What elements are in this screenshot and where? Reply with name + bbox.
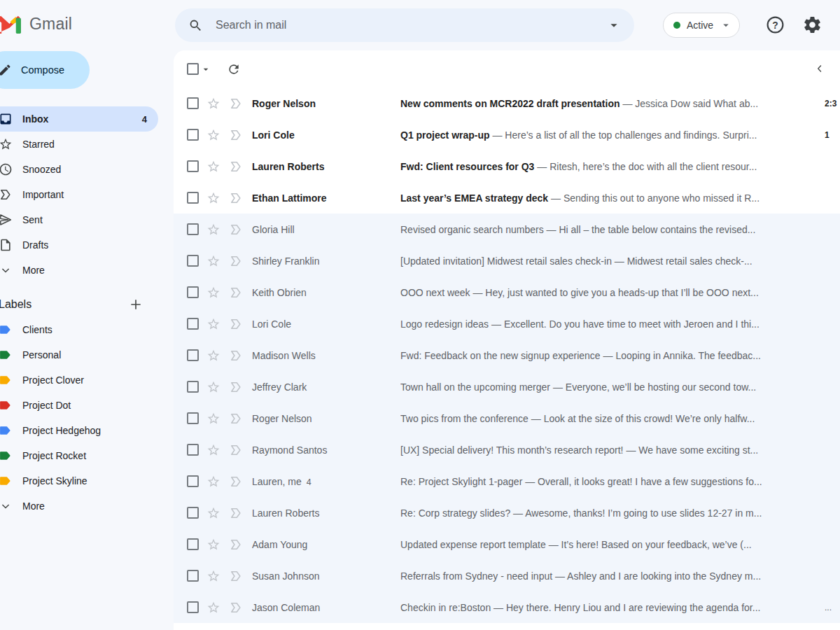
select-caret-icon[interactable] xyxy=(200,64,211,75)
star-icon[interactable] xyxy=(206,569,220,583)
row-checkbox[interactable] xyxy=(187,507,199,519)
email-row[interactable]: Raymond Santos [UX] Special delivery! Th… xyxy=(174,434,840,465)
row-checkbox[interactable] xyxy=(187,538,199,550)
sidebar-item-important[interactable]: Important xyxy=(0,182,158,207)
important-marker-icon[interactable] xyxy=(229,538,243,552)
sender-name: Ethan Lattimore xyxy=(252,192,400,204)
email-row[interactable]: Keith Obrien OOO next week — Hey, just w… xyxy=(174,276,840,308)
important-marker-icon[interactable] xyxy=(229,349,243,363)
add-label-button[interactable] xyxy=(129,298,143,312)
email-row[interactable]: Shirley Franklin [Updated invitation] Mi… xyxy=(174,245,840,276)
row-checkbox[interactable] xyxy=(187,444,199,456)
row-checkbox[interactable] xyxy=(187,160,199,172)
important-marker-icon[interactable] xyxy=(229,160,243,174)
row-checkbox[interactable] xyxy=(187,349,199,361)
star-icon[interactable] xyxy=(206,443,220,457)
star-icon[interactable] xyxy=(206,538,220,552)
status-chip[interactable]: Active xyxy=(663,13,740,38)
star-icon[interactable] xyxy=(206,286,220,300)
star-icon[interactable] xyxy=(206,160,220,174)
sidebar-item-inbox[interactable]: Inbox4 xyxy=(0,106,158,132)
important-marker-icon[interactable] xyxy=(229,506,243,520)
star-icon[interactable] xyxy=(206,380,220,394)
important-marker-icon[interactable] xyxy=(229,286,243,300)
important-marker-icon[interactable] xyxy=(229,191,243,205)
email-row[interactable]: Jason Coleman Checkin in re:Boston — Hey… xyxy=(174,592,840,623)
star-icon[interactable] xyxy=(206,191,220,205)
email-row[interactable]: Ethan Lattimore Last year’s EMEA strateg… xyxy=(174,182,840,214)
row-checkbox[interactable] xyxy=(187,570,199,582)
email-row[interactable]: Lori Cole Logo redesign ideas — Excellen… xyxy=(174,308,840,340)
search-bar[interactable]: Search in mail xyxy=(175,8,634,42)
row-checkbox[interactable] xyxy=(187,601,199,613)
important-marker-icon[interactable] xyxy=(229,569,243,583)
row-checkbox[interactable] xyxy=(187,255,199,267)
email-row[interactable]: Lauren Roberts Fwd: Client resources for… xyxy=(174,150,840,182)
email-row[interactable]: Gloria Hill Revised organic search numbe… xyxy=(174,214,840,245)
labels-header-text: Labels xyxy=(0,298,31,311)
sidebar-label-clients[interactable]: Clients xyxy=(0,317,158,342)
important-marker-icon[interactable] xyxy=(229,601,243,615)
search-icon[interactable] xyxy=(188,18,203,33)
important-marker-icon[interactable] xyxy=(229,443,243,457)
sidebar-label-project-rocket[interactable]: Project Rocket xyxy=(0,443,158,468)
row-checkbox[interactable] xyxy=(187,318,199,330)
sidebar-item-starred[interactable]: Starred xyxy=(0,132,158,157)
gmail-logo[interactable]: Gmail xyxy=(0,0,174,34)
row-checkbox[interactable] xyxy=(187,129,199,141)
important-marker-icon[interactable] xyxy=(229,223,243,237)
sidebar-item-snoozed[interactable]: Snoozed xyxy=(0,157,158,182)
compose-button[interactable]: Compose xyxy=(0,51,90,89)
sidebar-label-project-dot[interactable]: Project Dot xyxy=(0,393,158,418)
sidebar-item-drafts[interactable]: Drafts xyxy=(0,232,158,258)
star-icon[interactable] xyxy=(206,412,220,426)
settings-icon[interactable] xyxy=(802,15,822,35)
sidebar-item-sent[interactable]: Sent xyxy=(0,207,158,232)
important-marker-icon[interactable] xyxy=(229,317,243,331)
row-checkbox[interactable] xyxy=(187,381,199,393)
help-icon[interactable]: ? xyxy=(765,15,785,35)
important-marker-icon[interactable] xyxy=(229,380,243,394)
email-row[interactable]: Adam Young Updated expense report templa… xyxy=(174,528,840,560)
important-marker-icon[interactable] xyxy=(229,97,243,111)
sidebar-label-more[interactable]: More xyxy=(0,493,158,519)
email-row[interactable]: Lori Cole Q1 project wrap-up — Here’s a … xyxy=(174,119,840,150)
sidebar-label-personal[interactable]: Personal xyxy=(0,342,158,368)
search-input[interactable]: Search in mail xyxy=(216,19,606,31)
star-icon[interactable] xyxy=(206,506,220,520)
star-icon[interactable] xyxy=(206,223,220,237)
star-icon[interactable] xyxy=(206,349,220,363)
star-icon[interactable] xyxy=(206,475,220,489)
refresh-icon[interactable] xyxy=(227,62,241,76)
email-row[interactable]: Susan Johnson Referrals from Sydney - ne… xyxy=(174,560,840,592)
star-icon[interactable] xyxy=(206,97,220,111)
search-options-caret-icon[interactable] xyxy=(606,18,622,33)
email-row[interactable]: Roger Nelson New comments on MCR2022 dra… xyxy=(174,88,840,119)
row-checkbox[interactable] xyxy=(187,223,199,235)
star-icon[interactable] xyxy=(206,317,220,331)
row-checkbox[interactable] xyxy=(187,412,199,424)
important-marker-icon[interactable] xyxy=(229,254,243,268)
important-marker-icon[interactable] xyxy=(229,475,243,489)
select-all-checkbox[interactable] xyxy=(187,63,199,75)
sidebar-label-project-hedgehog[interactable]: Project Hedgehog xyxy=(0,418,158,443)
important-marker-icon[interactable] xyxy=(229,128,243,142)
star-icon[interactable] xyxy=(206,128,220,142)
row-checkbox[interactable] xyxy=(187,192,199,204)
sidebar-label-project-clover[interactable]: Project Clover xyxy=(0,368,158,393)
important-marker-icon[interactable] xyxy=(229,412,243,426)
sidebar-label-project-skyline[interactable]: Project Skyline xyxy=(0,468,158,493)
star-icon[interactable] xyxy=(206,601,220,615)
star-icon[interactable] xyxy=(206,254,220,268)
email-row[interactable]: Jeffrey Clark Town hall on the upcoming … xyxy=(174,371,840,402)
email-row[interactable]: Lauren, me4 Re: Project Skylight 1-pager… xyxy=(174,465,840,497)
chevron-left-icon[interactable] xyxy=(813,62,826,75)
sidebar-item-more[interactable]: More xyxy=(0,258,158,283)
email-time: 2:3 xyxy=(825,88,836,119)
row-checkbox[interactable] xyxy=(187,97,199,109)
email-row[interactable]: Lauren Roberts Re: Corp strategy slides?… xyxy=(174,497,840,528)
email-row[interactable]: Madison Wells Fwd: Feedback on the new s… xyxy=(174,340,840,371)
row-checkbox[interactable] xyxy=(187,475,199,487)
email-row[interactable]: Roger Nelson Two pics from the conferenc… xyxy=(174,402,840,434)
row-checkbox[interactable] xyxy=(187,286,199,298)
